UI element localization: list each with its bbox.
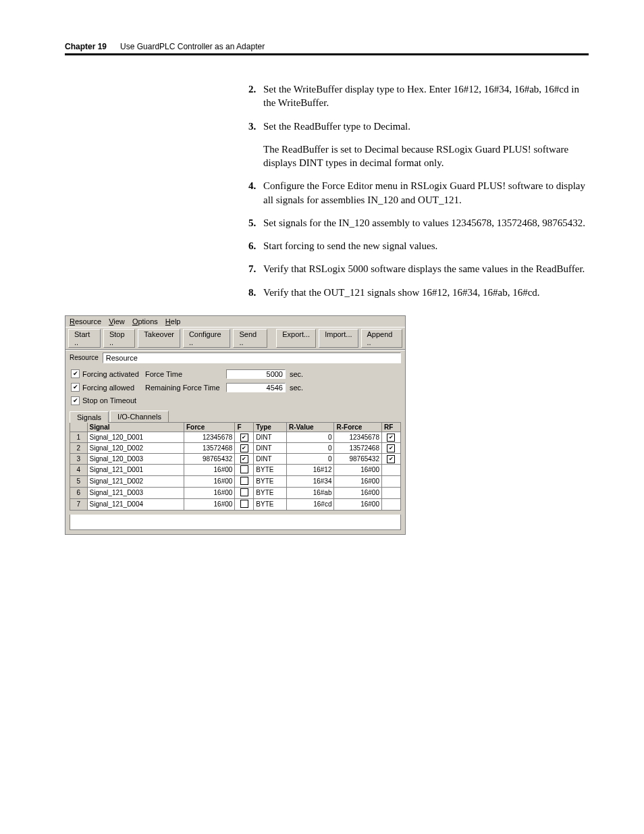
f-checkbox[interactable] bbox=[235, 498, 254, 510]
col-force[interactable]: Force bbox=[184, 422, 235, 432]
rvalue-cell: 0 bbox=[286, 442, 334, 453]
export-button[interactable]: Export... bbox=[276, 329, 316, 348]
row-header: 6 bbox=[70, 487, 88, 498]
f-checkbox[interactable] bbox=[235, 464, 254, 475]
signal-name: Signal_121_D004 bbox=[87, 498, 184, 510]
body-text: 2.Set the WriteBuffer display type to He… bbox=[248, 82, 589, 299]
menu-help[interactable]: Help bbox=[165, 317, 181, 325]
menu-resource[interactable]: Resource bbox=[70, 317, 101, 325]
f-checkbox[interactable]: ✔ bbox=[235, 453, 254, 464]
table-row[interactable]: 2Signal_120_D00213572468✔DINT013572468✔ bbox=[70, 442, 401, 453]
forcing-activated-checkbox[interactable]: ✔ bbox=[71, 369, 80, 378]
rvalue-cell: 0 bbox=[286, 453, 334, 464]
table-row[interactable]: 7Signal_121_D00416#00BYTE16#cd16#00 bbox=[70, 498, 401, 510]
col-f[interactable]: F bbox=[235, 422, 254, 432]
force-value[interactable]: 16#00 bbox=[184, 464, 235, 475]
rf-checkbox[interactable] bbox=[381, 498, 400, 510]
row-header: 4 bbox=[70, 464, 88, 475]
menu-view[interactable]: View bbox=[109, 317, 125, 325]
stop-on-timeout-checkbox[interactable]: ✔ bbox=[71, 396, 80, 405]
resource-field[interactable]: Resource bbox=[103, 353, 401, 363]
rforce-cell: 16#00 bbox=[334, 487, 382, 498]
row-header: 5 bbox=[70, 475, 88, 487]
forcing-allowed-checkbox[interactable]: ✔ bbox=[71, 383, 80, 392]
force-editor-window: Resource View Options Help Start .. Stop… bbox=[65, 315, 406, 535]
col-rvalue[interactable]: R-Value bbox=[286, 422, 334, 432]
forcing-activated-label: Forcing activated bbox=[82, 370, 139, 378]
menu-options[interactable]: Options bbox=[132, 317, 158, 325]
signal-name: Signal_120_D003 bbox=[87, 453, 184, 464]
step-text: Set the WriteBuffer display type to Hex.… bbox=[263, 82, 589, 110]
force-value[interactable]: 13572468 bbox=[184, 442, 235, 453]
signal-name: Signal_121_D003 bbox=[87, 487, 184, 498]
step-num: 2. bbox=[248, 82, 263, 110]
table-row[interactable]: 1Signal_120_D00112345678✔DINT012345678✔ bbox=[70, 432, 401, 442]
rvalue-cell: 16#12 bbox=[286, 464, 334, 475]
row-header: 1 bbox=[70, 432, 88, 442]
rf-checkbox[interactable] bbox=[381, 464, 400, 475]
row-header: 3 bbox=[70, 453, 88, 464]
col-rf[interactable]: RF bbox=[381, 422, 400, 432]
f-checkbox[interactable]: ✔ bbox=[235, 442, 254, 453]
rforce-cell: 98765432 bbox=[334, 453, 382, 464]
rvalue-cell: 16#34 bbox=[286, 475, 334, 487]
step-subtext: The ReadBuffer is set to Decimal because… bbox=[263, 142, 589, 170]
table-row[interactable]: 5Signal_121_D00216#00BYTE16#3416#00 bbox=[70, 475, 401, 487]
remaining-force-time-label: Remaining Force Time bbox=[145, 384, 226, 392]
col-rforce[interactable]: R-Force bbox=[334, 422, 382, 432]
import-button[interactable]: Import... bbox=[319, 329, 358, 348]
tab-io-channels[interactable]: I/O-Channels bbox=[110, 411, 169, 422]
stop-button[interactable]: Stop .. bbox=[103, 329, 135, 348]
start-button[interactable]: Start .. bbox=[68, 329, 101, 348]
type-cell: DINT bbox=[254, 442, 287, 453]
force-value[interactable]: 16#00 bbox=[184, 475, 235, 487]
col-type[interactable]: Type bbox=[254, 422, 287, 432]
force-time-value[interactable]: 5000 bbox=[226, 369, 286, 379]
rf-checkbox[interactable]: ✔ bbox=[381, 453, 400, 464]
type-cell: BYTE bbox=[254, 498, 287, 510]
col-signal[interactable]: Signal bbox=[87, 422, 184, 432]
header-rule bbox=[65, 53, 589, 55]
table-row[interactable]: 3Signal_120_D00398765432✔DINT098765432✔ bbox=[70, 453, 401, 464]
f-checkbox[interactable] bbox=[235, 487, 254, 498]
table-row[interactable]: 4Signal_121_D00116#00BYTE16#1216#00 bbox=[70, 464, 401, 475]
tab-signals[interactable]: Signals bbox=[70, 411, 109, 423]
rforce-cell: 13572468 bbox=[334, 442, 382, 453]
table-row[interactable]: 6Signal_121_D00316#00BYTE16#ab16#00 bbox=[70, 487, 401, 498]
send-button[interactable]: Send .. bbox=[233, 329, 267, 348]
rforce-cell: 16#00 bbox=[334, 475, 382, 487]
force-time-label: Force Time bbox=[145, 370, 226, 378]
force-value[interactable]: 98765432 bbox=[184, 453, 235, 464]
force-value[interactable]: 16#00 bbox=[184, 487, 235, 498]
rf-checkbox[interactable] bbox=[381, 487, 400, 498]
step-num: 5. bbox=[248, 216, 263, 230]
rf-checkbox[interactable] bbox=[381, 475, 400, 487]
resource-label: Resource bbox=[70, 354, 99, 361]
rforce-cell: 16#00 bbox=[334, 464, 382, 475]
takeover-button[interactable]: Takeover bbox=[138, 329, 180, 348]
signals-table: Signal Force F Type R-Value R-Force RF 1… bbox=[70, 422, 401, 511]
stop-on-timeout-label: Stop on Timeout bbox=[82, 396, 136, 405]
step-text: Verify that the OUT_121 signals show 16#… bbox=[263, 286, 589, 299]
signal-name: Signal_121_D001 bbox=[87, 464, 184, 475]
step-text: Configure the Force Editor menu in RSLog… bbox=[263, 179, 589, 207]
chapter-title: Use GuardPLC Controller as an Adapter bbox=[120, 42, 265, 51]
sec-label: sec. bbox=[290, 370, 303, 378]
signal-name: Signal_120_D001 bbox=[87, 432, 184, 442]
f-checkbox[interactable] bbox=[235, 475, 254, 487]
step-text: Verify that RSLogix 5000 software displa… bbox=[263, 262, 589, 276]
forcing-allowed-label: Forcing allowed bbox=[82, 384, 134, 392]
step-text: Start forcing to send the new signal val… bbox=[263, 239, 589, 253]
force-value[interactable]: 16#00 bbox=[184, 498, 235, 510]
configure-button[interactable]: Configure .. bbox=[183, 329, 231, 348]
rvalue-cell: 16#cd bbox=[286, 498, 334, 510]
row-header: 2 bbox=[70, 442, 88, 453]
rvalue-cell: 0 bbox=[286, 432, 334, 442]
step-num: 7. bbox=[248, 262, 263, 276]
f-checkbox[interactable]: ✔ bbox=[235, 432, 254, 442]
rf-checkbox[interactable]: ✔ bbox=[381, 432, 400, 442]
signal-name: Signal_121_D002 bbox=[87, 475, 184, 487]
append-button[interactable]: Append .. bbox=[361, 329, 403, 348]
force-value[interactable]: 12345678 bbox=[184, 432, 235, 442]
rf-checkbox[interactable]: ✔ bbox=[381, 442, 400, 453]
